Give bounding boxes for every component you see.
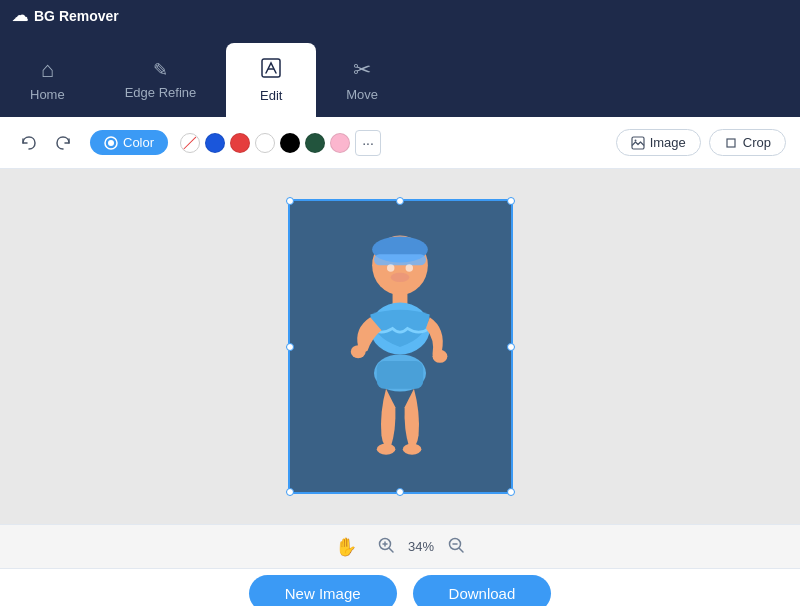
swatch-green[interactable] [305,133,325,153]
svg-line-21 [390,548,394,552]
handle-bottom-right[interactable] [507,488,515,496]
svg-point-18 [351,345,366,358]
undo-redo-group [14,128,78,158]
home-icon: ⌂ [41,59,54,81]
edge-refine-icon: ✎ [153,61,168,79]
toolbar: Color ··· Image Crop [0,117,800,169]
svg-point-16 [377,443,396,454]
undo-button[interactable] [14,128,44,158]
svg-point-9 [387,264,394,271]
swatch-pink[interactable] [330,133,350,153]
svg-point-19 [433,349,448,362]
nav-bar: ⌂ Home ✎ Edge Refine Edit ✂ Move [0,25,800,117]
handle-top-right[interactable] [507,197,515,205]
swatch-black[interactable] [280,133,300,153]
more-dots-icon: ··· [362,135,374,151]
handle-bottom-middle[interactable] [396,488,404,496]
crop-button-label: Crop [743,135,771,150]
child-figure [330,217,470,477]
nav-item-move-label: Move [346,87,378,102]
app-title: BG Remover [34,8,119,24]
image-background [290,201,511,492]
svg-point-11 [391,272,410,281]
svg-point-4 [634,139,636,141]
hand-tool-icon[interactable]: ✋ [335,536,357,558]
handle-middle-left[interactable] [286,343,294,351]
svg-rect-15 [377,360,423,388]
zoom-value: 34% [403,539,439,554]
redo-button[interactable] [48,128,78,158]
handle-middle-right[interactable] [507,343,515,351]
zoom-out-icon[interactable] [447,536,465,558]
edit-icon [260,57,282,82]
swatch-white[interactable] [255,133,275,153]
svg-rect-5 [727,139,735,147]
crop-button[interactable]: Crop [709,129,786,156]
zoom-in-icon[interactable] [377,536,395,558]
footer-bar: New Image Download [0,568,800,606]
image-container[interactable] [288,199,513,494]
zoom-controls: 34% [377,536,465,558]
nav-item-edit-label: Edit [260,88,282,103]
svg-point-10 [406,264,413,271]
handle-top-left[interactable] [286,197,294,205]
handle-top-middle[interactable] [396,197,404,205]
svg-line-25 [460,548,464,552]
color-button-label: Color [123,135,154,150]
download-button[interactable]: Download [413,575,552,606]
image-button-label: Image [650,135,686,150]
toolbar-right: Image Crop [616,129,786,156]
color-swatches: ··· [180,130,381,156]
color-button[interactable]: Color [90,130,168,155]
nav-item-home-label: Home [30,87,65,102]
cloud-icon: ☁ [12,6,28,25]
image-button[interactable]: Image [616,129,701,156]
nav-item-edit[interactable]: Edit [226,43,316,117]
move-icon: ✂ [353,59,371,81]
svg-point-2 [108,140,114,146]
svg-rect-8 [374,254,426,265]
swatch-blue[interactable] [205,133,225,153]
nav-item-edge-refine-label: Edge Refine [125,85,197,100]
app-logo: ☁ BG Remover [12,6,119,25]
handle-bottom-left[interactable] [286,488,294,496]
svg-point-17 [403,443,422,454]
canvas-area [0,169,800,524]
nav-item-move[interactable]: ✂ Move [316,45,408,116]
swatch-transparent[interactable] [180,133,200,153]
nav-item-edge-refine[interactable]: ✎ Edge Refine [95,47,227,114]
zoom-bar: ✋ 34% [0,524,800,568]
swatch-red[interactable] [230,133,250,153]
more-colors-button[interactable]: ··· [355,130,381,156]
new-image-button[interactable]: New Image [249,575,397,606]
nav-item-home[interactable]: ⌂ Home [0,45,95,116]
